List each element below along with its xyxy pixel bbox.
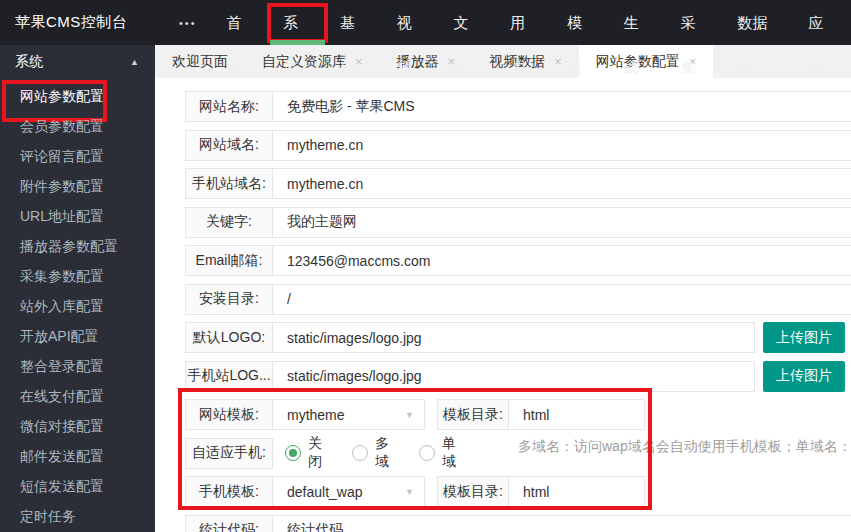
radio-unchecked-icon [419, 445, 435, 461]
form-row-site-template: 网站模板: mytheme ▼ 模板目录: html [185, 399, 851, 430]
template-dir-input[interactable]: html [509, 400, 644, 429]
top-bar: 苹果CMS控制台 ••• 首页 系统 基础 视频 文章 用户 模版 生成 采集 … [0, 0, 851, 45]
nav-user[interactable]: 用户 [496, 0, 553, 45]
template-dir-group: 模板目录: html [437, 399, 645, 430]
adaptive-mobile-label: 自适应手机: [185, 438, 273, 469]
form-row-default-logo: 默认LOGO: static/images/logo.jpg 上传图片 [185, 322, 851, 353]
tab-custom-resource[interactable]: 自定义资源库 × [245, 45, 380, 78]
nav-database[interactable]: 数据库 [723, 0, 794, 45]
email-label: Email邮箱: [185, 245, 273, 276]
tab-label: 欢迎页面 [172, 53, 228, 71]
chevron-down-icon: ▼ [405, 487, 414, 497]
mobile-template-selected-value: default_wap [287, 484, 363, 500]
radio-label: 单域 [442, 435, 456, 471]
sidebar: 系统 ▲ 网站参数配置 会员参数配置 评论留言配置 附件参数配置 URL地址配置… [0, 45, 155, 532]
stats-code-input[interactable]: 统计代码 [273, 515, 851, 532]
sidebar-item-integrated-login[interactable]: 整合登录配置 [0, 352, 155, 382]
sidebar-item-online-payment[interactable]: 在线支付配置 [0, 382, 155, 412]
mobile-logo-input[interactable]: static/images/logo.jpg [273, 361, 755, 392]
keywords-label: 关键字: [185, 207, 273, 238]
adaptive-mobile-hint: 多域名：访问wap域名会自动使用手机模板；单域名：手机访问 [518, 438, 851, 469]
keywords-input[interactable]: 我的主题网 [273, 207, 851, 238]
nav-home[interactable]: 首页 [213, 0, 270, 45]
sidebar-item-attachment-params[interactable]: 附件参数配置 [0, 172, 155, 202]
form-row-site-domain: 网站域名: mytheme.cn [185, 130, 851, 161]
sidebar-group-system[interactable]: 系统 ▲ [0, 45, 155, 78]
radio-option-close[interactable]: 关闭 [285, 435, 322, 471]
app-title: 苹果CMS控制台 [0, 13, 147, 32]
radio-option-multi-domain[interactable]: 多域 [352, 435, 389, 471]
sidebar-item-open-api[interactable]: 开放API配置 [0, 322, 155, 352]
sidebar-item-external-storage[interactable]: 站外入库配置 [0, 292, 155, 322]
sidebar-item-wechat-connect[interactable]: 微信对接配置 [0, 412, 155, 442]
nav-app[interactable]: 应用 [794, 0, 851, 45]
site-template-selected-value: mytheme [287, 407, 345, 423]
mobile-template-label: 手机模板: [186, 477, 273, 506]
sidebar-item-member-params[interactable]: 会员参数配置 [0, 112, 155, 142]
upload-image-button[interactable]: 上传图片 [763, 322, 845, 353]
default-logo-input[interactable]: static/images/logo.jpg [273, 322, 755, 353]
radio-option-single-domain[interactable]: 单域 [419, 435, 456, 471]
radio-label: 多域 [375, 435, 389, 471]
mobile-template-dir-label: 模板目录: [438, 477, 509, 506]
mobile-domain-input[interactable]: mytheme.cn [273, 168, 851, 199]
nav-system[interactable]: 系统 [269, 0, 326, 45]
close-icon[interactable]: × [554, 54, 562, 69]
template-dir-group: 模板目录: html [437, 476, 645, 507]
site-name-input[interactable]: 免费电影 - 苹果CMS [273, 91, 851, 122]
mobile-template-select[interactable]: default_wap ▼ [273, 477, 424, 506]
nav-generate[interactable]: 生成 [610, 0, 667, 45]
close-icon[interactable]: × [355, 54, 363, 69]
sidebar-item-url-config[interactable]: URL地址配置 [0, 202, 155, 232]
form-row-keywords: 关键字: 我的主题网 [185, 207, 851, 238]
sidebar-item-email-send[interactable]: 邮件发送配置 [0, 442, 155, 472]
form-row-mobile-domain: 手机站域名: mytheme.cn [185, 168, 851, 199]
radio-checked-icon [285, 445, 301, 461]
site-template-select[interactable]: mytheme ▼ [273, 400, 424, 429]
default-logo-label: 默认LOGO: [185, 322, 273, 353]
site-domain-input[interactable]: mytheme.cn [273, 130, 851, 161]
sidebar-item-comment-config[interactable]: 评论留言配置 [0, 142, 155, 172]
install-dir-label: 安装目录: [185, 284, 273, 315]
nav-article[interactable]: 文章 [439, 0, 496, 45]
form-row-mobile-template: 手机模板: default_wap ▼ 模板目录: html [185, 476, 851, 507]
sidebar-group-label: 系统 [15, 53, 43, 71]
tab-label: 自定义资源库 [262, 53, 346, 71]
form-row-email: Email邮箱: 123456@maccms.com [185, 245, 851, 276]
install-dir-input[interactable]: / [273, 284, 851, 315]
nav-template[interactable]: 模版 [553, 0, 610, 45]
sidebar-item-site-params[interactable]: 网站参数配置 [0, 82, 155, 112]
nav-collect[interactable]: 采集 [666, 0, 723, 45]
main-content: 网站名称: 免费电影 - 苹果CMS 网站域名: mytheme.cn 手机站域… [155, 78, 851, 532]
site-params-form: 网站名称: 免费电影 - 苹果CMS 网站域名: mytheme.cn 手机站域… [185, 91, 851, 532]
radio-unchecked-icon [352, 445, 368, 461]
sidebar-menu: 网站参数配置 会员参数配置 评论留言配置 附件参数配置 URL地址配置 播放器参… [0, 78, 155, 532]
nav-video[interactable]: 视频 [383, 0, 440, 45]
collapse-caret-icon: ▲ [130, 57, 139, 67]
form-row-install-dir: 安装目录: / [185, 284, 851, 315]
mobile-template-dir-input[interactable]: html [509, 477, 644, 506]
form-row-stats-code: 统计代码: 统计代码 [185, 515, 851, 532]
site-template-group: 网站模板: mytheme ▼ [185, 399, 425, 430]
sidebar-item-collect-params[interactable]: 采集参数配置 [0, 262, 155, 292]
mobile-domain-label: 手机站域名: [185, 168, 273, 199]
form-row-mobile-logo: 手机站LOG... static/images/logo.jpg 上传图片 [185, 361, 851, 392]
site-template-label: 网站模板: [186, 400, 273, 429]
sidebar-item-player-params[interactable]: 播放器参数配置 [0, 232, 155, 262]
sidebar-item-scheduled-tasks[interactable]: 定时任务 [0, 502, 155, 532]
chevron-down-icon: ▼ [405, 410, 414, 420]
template-dir-label: 模板目录: [438, 400, 509, 429]
mobile-template-group: 手机模板: default_wap ▼ [185, 476, 425, 507]
mobile-logo-label: 手机站LOG... [185, 361, 273, 392]
sidebar-item-sms-send[interactable]: 短信发送配置 [0, 472, 155, 502]
tab-video-data[interactable]: 视频数据 × [472, 45, 579, 78]
radio-label: 关闭 [308, 435, 322, 471]
nav-basic[interactable]: 基础 [326, 0, 383, 45]
upload-image-button[interactable]: 上传图片 [763, 361, 845, 392]
stats-code-label: 统计代码: [185, 515, 273, 532]
site-name-label: 网站名称: [185, 91, 273, 122]
more-menu-icon[interactable]: ••• [179, 17, 197, 29]
email-input[interactable]: 123456@maccms.com [273, 245, 851, 276]
adaptive-mobile-radio-group: 关闭 多域 单域 [285, 438, 486, 469]
form-row-site-name: 网站名称: 免费电影 - 苹果CMS [185, 91, 851, 122]
